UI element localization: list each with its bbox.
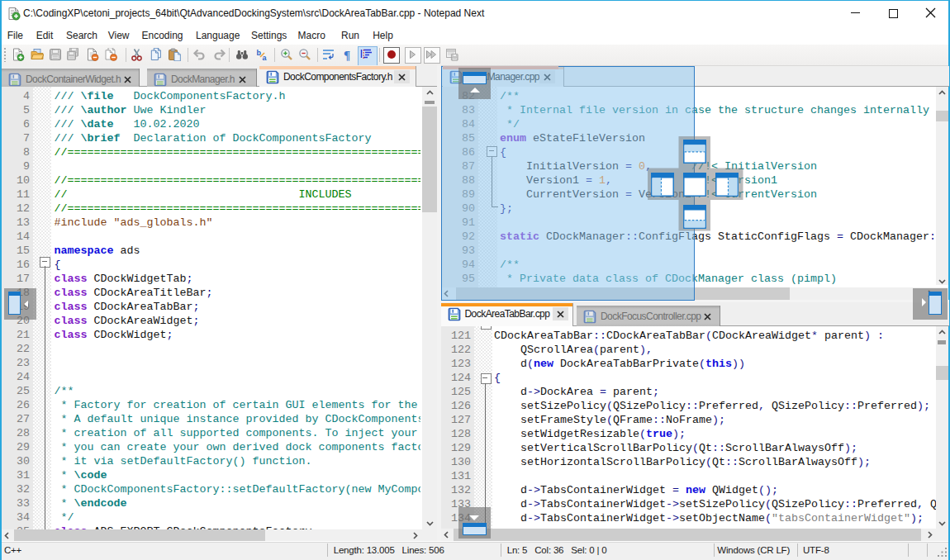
svg-text:b: b bbox=[257, 49, 262, 57]
svg-text:¶: ¶ bbox=[344, 49, 350, 62]
